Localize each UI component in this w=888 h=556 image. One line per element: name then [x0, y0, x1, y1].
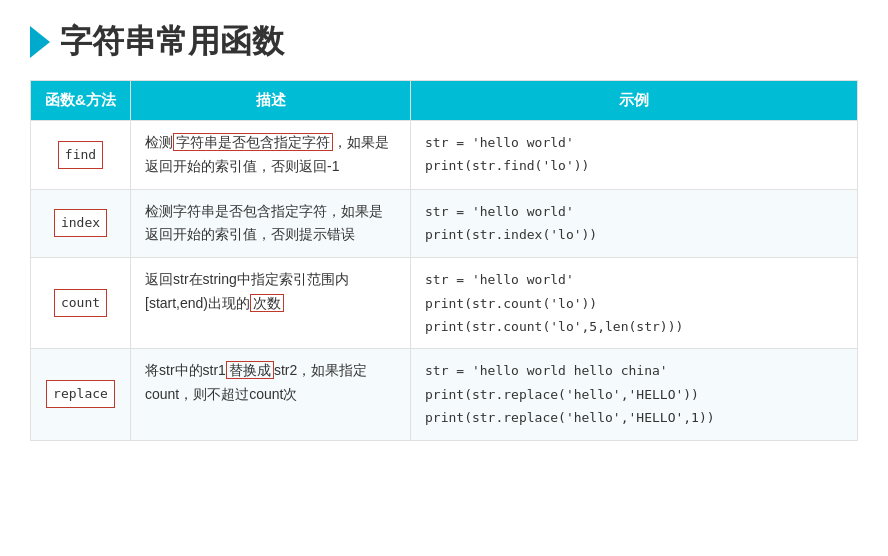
func-tag: count — [54, 289, 107, 317]
table-row: find检测字符串是否包含指定字符，如果是返回开始的索引值，否则返回-1str … — [31, 121, 858, 190]
col-header-desc: 描述 — [131, 81, 411, 121]
desc-cell: 检测字符串是否包含指定字符，如果是返回开始的索引值，否则返回-1 — [131, 121, 411, 190]
desc-cell: 将str中的str1替换成str2，如果指定count，则不超过count次 — [131, 349, 411, 440]
functions-table: 函数&方法 描述 示例 find检测字符串是否包含指定字符，如果是返回开始的索引… — [30, 80, 858, 441]
col-header-func: 函数&方法 — [31, 81, 131, 121]
table-row: index检测字符串是否包含指定字符，如果是返回开始的索引值，否则提示错误str… — [31, 189, 858, 258]
table-row: replace将str中的str1替换成str2，如果指定count，则不超过c… — [31, 349, 858, 440]
func-cell: replace — [31, 349, 131, 440]
title-area: 字符串常用函数 — [30, 20, 858, 64]
desc-cell: 返回str在string中指定索引范围内[start,end)出现的次数 — [131, 258, 411, 349]
table-header-row: 函数&方法 描述 示例 — [31, 81, 858, 121]
func-cell: count — [31, 258, 131, 349]
example-cell: str = 'hello world'print(str.count('lo')… — [411, 258, 858, 349]
page-title: 字符串常用函数 — [60, 20, 284, 64]
col-header-example: 示例 — [411, 81, 858, 121]
table-row: count返回str在string中指定索引范围内[start,end)出现的次… — [31, 258, 858, 349]
func-tag: find — [58, 141, 103, 169]
desc-cell: 检测字符串是否包含指定字符，如果是返回开始的索引值，否则提示错误 — [131, 189, 411, 258]
func-tag: replace — [46, 380, 115, 408]
example-cell: str = 'hello world'print(str.index('lo')… — [411, 189, 858, 258]
func-tag: index — [54, 209, 107, 237]
example-cell: str = 'hello world'print(str.find('lo')) — [411, 121, 858, 190]
func-cell: index — [31, 189, 131, 258]
func-cell: find — [31, 121, 131, 190]
example-cell: str = 'hello world hello china'print(str… — [411, 349, 858, 440]
title-arrow-icon — [30, 26, 50, 58]
